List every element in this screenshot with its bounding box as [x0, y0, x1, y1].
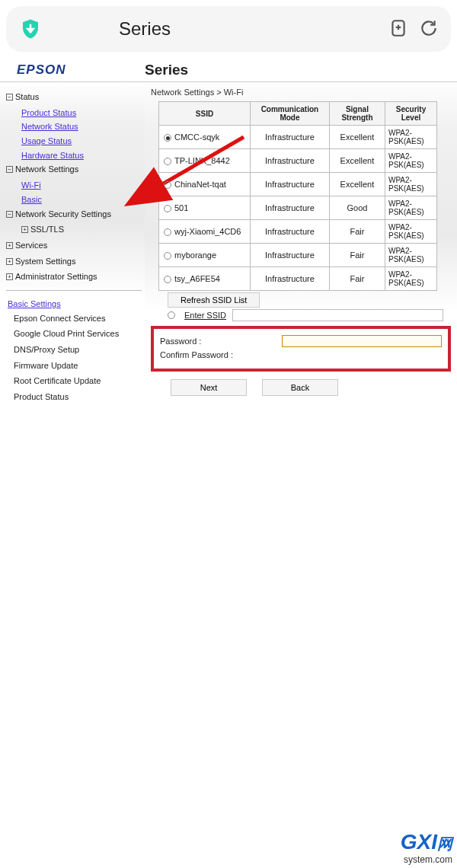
cell-mode: Infrastructure: [251, 149, 330, 173]
cell-mode: Infrastructure: [251, 196, 330, 220]
ssid-radio[interactable]: [164, 252, 171, 260]
nav-services[interactable]: +Services: [6, 238, 142, 253]
ssid-radio[interactable]: [164, 276, 171, 283]
ssid-radio[interactable]: [164, 181, 171, 189]
sidebar: −Status Product Status Network Status Us…: [0, 82, 145, 413]
ssid-name: CMCC-sqyk: [174, 132, 219, 142]
nav-wifi[interactable]: Wi-Fi: [6, 178, 142, 193]
nav-network-security[interactable]: −Network Security Settings: [6, 207, 142, 222]
table-row[interactable]: wyj-Xiaomi_4CD6InfrastructureFairWPA2-PS…: [159, 220, 437, 244]
ssid-name: tsy_A6FE54: [174, 274, 220, 283]
cell-security: WPA2-PSK(AES): [385, 244, 437, 267]
password-input[interactable]: [282, 335, 442, 347]
th-signal: Signal Strength: [329, 102, 385, 126]
enter-ssid-input[interactable]: [232, 309, 443, 321]
cell-mode: Infrastructure: [251, 173, 330, 196]
page-title: Series: [43, 18, 388, 40]
nav-basic-settings[interactable]: Basic Settings: [6, 297, 142, 311]
ssid-name: TP-LINK_8442: [174, 156, 230, 165]
ssid-name: myborange: [174, 251, 216, 260]
th-ssid: SSID: [159, 102, 251, 126]
nav-hardware-status[interactable]: Hardware Status: [6, 148, 142, 163]
nav-ssl-tls[interactable]: +SSL/TLS: [6, 222, 142, 237]
cell-security: WPA2-PSK(AES): [385, 149, 437, 173]
cell-security: WPA2-PSK(AES): [385, 220, 437, 244]
nav-dns-proxy[interactable]: DNS/Proxy Setup: [6, 343, 142, 357]
nav-usage-status[interactable]: Usage Status: [6, 134, 142, 148]
nav-status[interactable]: −Status: [6, 90, 142, 104]
nav-product-status[interactable]: Product Status: [6, 106, 142, 120]
nav-product-status2[interactable]: Product Status: [6, 390, 142, 404]
cell-signal: Excellent: [329, 173, 385, 196]
next-button[interactable]: Next: [171, 379, 247, 396]
table-row[interactable]: 501InfrastructureGoodWPA2-PSK(AES): [159, 196, 437, 220]
cell-signal: Excellent: [329, 149, 385, 173]
cell-signal: Fair: [329, 220, 385, 244]
header-row: EPSON Series: [0, 58, 457, 82]
browser-bar: Series: [6, 6, 451, 52]
nav-network-status[interactable]: Network Status: [6, 120, 142, 134]
cell-mode: Infrastructure: [251, 267, 330, 291]
breadcrumb: Network Settings > Wi-Fi: [149, 86, 452, 101]
cell-security: WPA2-PSK(AES): [385, 126, 437, 149]
wifi-table: SSID Communication Mode Signal Strength …: [158, 101, 437, 291]
nav-basic[interactable]: Basic: [6, 193, 142, 207]
nav-system-settings[interactable]: +System Settings: [6, 254, 142, 269]
nav-network-settings[interactable]: −Network Settings: [6, 162, 142, 177]
table-row[interactable]: CMCC-sqykInfrastructureExcellentWPA2-PSK…: [159, 126, 437, 149]
series-heading: Series: [145, 62, 188, 78]
cell-signal: Fair: [329, 244, 385, 267]
table-row[interactable]: tsy_A6FE54InfrastructureFairWPA2-PSK(AES…: [159, 267, 437, 291]
cell-security: WPA2-PSK(AES): [385, 196, 437, 220]
nav-google-cloud[interactable]: Google Cloud Print Services: [6, 327, 142, 341]
table-row[interactable]: myborangeInfrastructureFairWPA2-PSK(AES): [159, 244, 437, 267]
cell-security: WPA2-PSK(AES): [385, 267, 437, 291]
cell-signal: Fair: [329, 267, 385, 291]
nav-root-cert[interactable]: Root Certificate Update: [6, 374, 142, 388]
password-box: Password : Confirm Password :: [151, 326, 451, 372]
enter-ssid-label: Enter SSID: [184, 311, 226, 320]
cell-signal: Good: [329, 196, 385, 220]
th-security: Security Level: [385, 102, 437, 126]
cell-mode: Infrastructure: [251, 244, 330, 267]
enter-ssid-radio[interactable]: [168, 311, 175, 319]
ssid-radio[interactable]: [164, 205, 171, 212]
back-button[interactable]: Back: [262, 379, 338, 396]
confirm-password-input[interactable]: [282, 349, 442, 361]
confirm-password-label: Confirm Password :: [160, 350, 282, 359]
shield-icon: [18, 17, 43, 41]
refresh-ssid-button[interactable]: Refresh SSID List: [168, 292, 260, 308]
table-row[interactable]: ChinaNet-tqatInfrastructureExcellentWPA2…: [159, 173, 437, 196]
table-row[interactable]: TP-LINK_8442InfrastructureExcellentWPA2-…: [159, 149, 437, 173]
epson-logo: EPSON: [0, 62, 145, 78]
ssid-name: wyj-Xiaomi_4CD6: [174, 227, 241, 236]
cell-mode: Infrastructure: [251, 126, 330, 149]
cell-security: WPA2-PSK(AES): [385, 173, 437, 196]
nav-firmware[interactable]: Firmware Update: [6, 359, 142, 373]
password-label: Password :: [160, 337, 282, 346]
ssid-radio[interactable]: [164, 228, 171, 236]
ssid-radio[interactable]: [164, 158, 171, 165]
ssid-name: ChinaNet-tqat: [174, 180, 226, 189]
cell-signal: Excellent: [329, 126, 385, 149]
ssid-radio[interactable]: [164, 134, 171, 142]
main-panel: Network Settings > Wi-Fi SSID Communicat…: [145, 82, 457, 413]
nav-epson-connect[interactable]: Epson Connect Services: [6, 311, 142, 326]
th-comm: Communication Mode: [251, 102, 330, 126]
cell-mode: Infrastructure: [251, 220, 330, 244]
refresh-icon[interactable]: [419, 18, 439, 40]
bookmark-add-icon[interactable]: [388, 18, 408, 40]
nav-admin-settings[interactable]: +Administrator Settings: [6, 270, 142, 284]
ssid-name: 501: [174, 203, 188, 212]
